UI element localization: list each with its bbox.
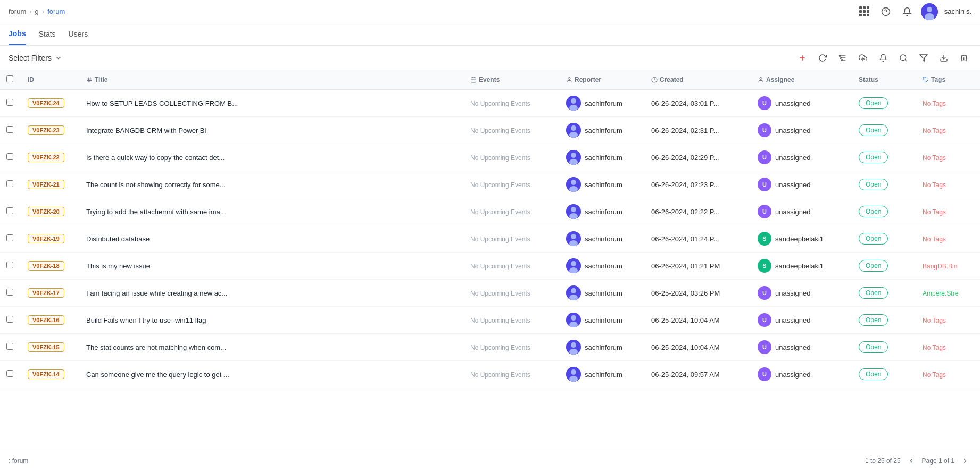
id-badge[interactable]: V0FZK-15 bbox=[28, 342, 64, 352]
row-reporter-cell: sachinforum bbox=[560, 198, 645, 225]
alert-button[interactable] bbox=[876, 51, 891, 65]
nav-tabs: Jobs Stats Users bbox=[0, 23, 980, 46]
reporter-name: sachinforum bbox=[585, 208, 622, 216]
id-badge[interactable]: V0FZK-20 bbox=[28, 207, 64, 216]
title-text[interactable]: Trying to add the attachemnt with same i… bbox=[86, 208, 256, 216]
row-checkbox[interactable] bbox=[6, 370, 13, 377]
grid-icon-button[interactable] bbox=[857, 4, 872, 19]
add-button[interactable] bbox=[795, 51, 810, 65]
filter-button[interactable] bbox=[916, 51, 931, 65]
assignee-name: sandeepbelaki1 bbox=[775, 235, 824, 243]
tags-col-label: Tags bbox=[931, 76, 945, 83]
row-created-cell: 06-25-2024, 09:57 AM bbox=[645, 361, 751, 388]
avatar-image bbox=[921, 3, 938, 20]
help-icon-button[interactable] bbox=[878, 4, 893, 19]
bell-icon-button[interactable] bbox=[900, 4, 915, 19]
row-status-cell: Open bbox=[852, 225, 916, 253]
row-reporter-cell: sachinforum bbox=[560, 280, 645, 307]
row-checkbox[interactable] bbox=[6, 289, 13, 296]
row-checkbox[interactable] bbox=[6, 180, 13, 187]
title-text[interactable]: Can someone give me the query logic to g… bbox=[86, 371, 256, 379]
status-badge: Open bbox=[859, 260, 888, 272]
row-assignee-cell: Ssandeepbelaki1 bbox=[751, 253, 852, 280]
reporter-cell: sachinforum bbox=[566, 231, 638, 246]
status-badge: Open bbox=[859, 124, 888, 136]
row-checkbox[interactable] bbox=[6, 207, 13, 214]
row-status-cell: Open bbox=[852, 253, 916, 280]
row-checkbox[interactable] bbox=[6, 234, 13, 241]
username-label[interactable]: sachin s. bbox=[944, 7, 971, 15]
select-filters-button[interactable]: Select Filters bbox=[9, 54, 62, 62]
download-button[interactable] bbox=[936, 51, 951, 65]
svg-rect-22 bbox=[471, 78, 476, 82]
row-checkbox-cell bbox=[0, 90, 21, 117]
id-badge[interactable]: V0FZK-16 bbox=[28, 315, 64, 325]
row-checkbox[interactable] bbox=[6, 262, 13, 268]
upload-button[interactable] bbox=[856, 51, 870, 65]
created-text: 06-25-2024, 03:26 PM bbox=[651, 289, 720, 297]
select-all-checkbox[interactable] bbox=[6, 75, 13, 82]
id-badge[interactable]: V0FZK-24 bbox=[28, 98, 64, 108]
row-id-cell: V0FZK-22 bbox=[21, 144, 80, 171]
row-created-cell: 06-26-2024, 03:01 P... bbox=[645, 90, 751, 117]
assignee-avatar: U bbox=[758, 178, 771, 191]
events-col-header: Events bbox=[464, 70, 560, 90]
assignee-col-label: Assignee bbox=[766, 76, 794, 83]
reporter-cell: sachinforum bbox=[566, 150, 638, 165]
id-badge[interactable]: V0FZK-19 bbox=[28, 234, 64, 243]
tag-text: No Tags bbox=[923, 127, 946, 134]
status-badge: Open bbox=[859, 368, 888, 380]
hash-icon bbox=[86, 77, 93, 83]
tab-stats[interactable]: Stats bbox=[39, 23, 56, 45]
table-header-row: ID Title Events bbox=[0, 70, 980, 90]
id-badge[interactable]: V0FZK-17 bbox=[28, 288, 64, 298]
row-checkbox[interactable] bbox=[6, 126, 13, 133]
tab-jobs[interactable]: Jobs bbox=[9, 23, 26, 45]
title-text[interactable]: Distributed database bbox=[86, 235, 256, 243]
row-checkbox[interactable] bbox=[6, 316, 13, 323]
title-text[interactable]: This is my new issue bbox=[86, 262, 256, 270]
reporter-name: sachinforum bbox=[585, 181, 622, 189]
settings-button[interactable] bbox=[835, 51, 850, 65]
status-col-label: Status bbox=[859, 76, 878, 83]
assignee-avatar: U bbox=[758, 150, 771, 164]
title-text[interactable]: I am facing an issue while creating a ne… bbox=[86, 289, 256, 297]
row-checkbox[interactable] bbox=[6, 153, 13, 160]
row-status-cell: Open bbox=[852, 280, 916, 307]
row-checkbox[interactable] bbox=[6, 343, 13, 350]
refresh-button[interactable] bbox=[815, 51, 830, 65]
row-status-cell: Open bbox=[852, 90, 916, 117]
title-col-label: Title bbox=[95, 76, 107, 83]
created-text: 06-26-2024, 02:31 P... bbox=[651, 127, 719, 134]
breadcrumb-g[interactable]: g bbox=[35, 7, 39, 15]
breadcrumb-active[interactable]: forum bbox=[47, 7, 65, 15]
title-text[interactable]: How to SETUP LEADS COLLECTING FROM B... bbox=[86, 99, 256, 107]
svg-point-12 bbox=[841, 59, 843, 61]
id-badge[interactable]: V0FZK-22 bbox=[28, 153, 64, 162]
id-badge[interactable]: V0FZK-14 bbox=[28, 369, 64, 379]
title-text[interactable]: Build Fails when I try to use -win11 fla… bbox=[86, 316, 256, 324]
svg-point-43 bbox=[571, 207, 576, 212]
created-circle-icon bbox=[651, 77, 658, 83]
delete-button[interactable] bbox=[957, 51, 971, 65]
assignee-avatar: U bbox=[758, 313, 771, 327]
title-text[interactable]: The count is not showing correctly for s… bbox=[86, 181, 256, 189]
title-text[interactable]: Integrate BANGDB CRM with Power Bi bbox=[86, 127, 256, 134]
row-id-cell: V0FZK-16 bbox=[21, 307, 80, 334]
id-badge[interactable]: V0FZK-23 bbox=[28, 125, 64, 135]
tab-users[interactable]: Users bbox=[69, 23, 88, 45]
id-badge[interactable]: V0FZK-21 bbox=[28, 180, 64, 189]
title-text[interactable]: Is there a quick way to copy the contact… bbox=[86, 154, 256, 162]
table-row: V0FZK-20Trying to add the attachemnt wit… bbox=[0, 198, 980, 225]
row-reporter-cell: sachinforum bbox=[560, 361, 645, 388]
row-id-cell: V0FZK-18 bbox=[21, 253, 80, 280]
avatar[interactable] bbox=[921, 3, 938, 20]
breadcrumb-forum[interactable]: forum bbox=[9, 7, 26, 15]
search-button[interactable] bbox=[896, 51, 911, 65]
title-text[interactable]: The stat counts are not matching when co… bbox=[86, 343, 256, 351]
id-badge[interactable]: V0FZK-18 bbox=[28, 261, 64, 271]
row-checkbox[interactable] bbox=[6, 99, 13, 106]
row-assignee-cell: Uunassigned bbox=[751, 280, 852, 307]
created-col-header: Created bbox=[645, 70, 751, 90]
reporter-name: sachinforum bbox=[585, 289, 622, 297]
